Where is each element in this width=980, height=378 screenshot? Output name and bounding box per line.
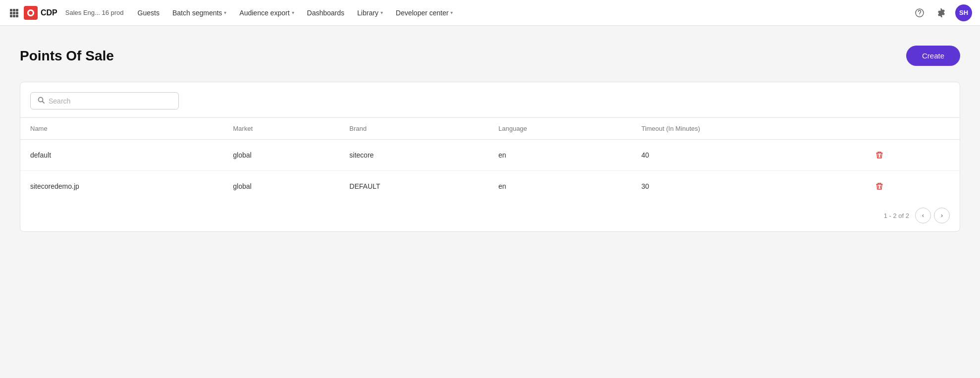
nav-item-developer-center[interactable]: Developer center ▾ (390, 6, 459, 20)
cell-language: en (489, 171, 631, 202)
col-header-actions (863, 118, 960, 140)
svg-point-10 (919, 14, 920, 15)
batch-chevron-icon: ▾ (224, 10, 226, 15)
svg-rect-2 (16, 9, 18, 11)
col-header-timeout: Timeout (In Minutes) (631, 118, 863, 140)
svg-rect-3 (10, 12, 12, 14)
nav-developer-label: Developer center (396, 9, 449, 17)
settings-button[interactable] (933, 5, 949, 21)
search-icon (38, 97, 45, 105)
nav-item-library[interactable]: Library ▾ (351, 6, 389, 20)
grid-menu-icon[interactable] (8, 7, 20, 19)
svg-rect-5 (16, 12, 18, 14)
pagination-row: 1 - 2 of 2 ‹ › (20, 202, 960, 231)
navbar: CDP Sales Eng... 16 prod Guests Batch se… (0, 0, 980, 26)
svg-rect-8 (16, 15, 18, 17)
logo-icon (24, 6, 38, 20)
nav-library-label: Library (357, 9, 379, 17)
logo-text: CDP (41, 8, 57, 17)
cell-action (863, 140, 960, 171)
svg-rect-6 (10, 15, 12, 17)
workspace-label: Sales Eng... 16 prod (65, 9, 124, 16)
col-header-language: Language (489, 118, 631, 140)
page-header: Points Of Sale Create (20, 46, 960, 66)
library-chevron-icon: ▾ (381, 10, 383, 15)
nav-items: Guests Batch segments ▾ Audience export … (132, 6, 908, 20)
nav-batch-label: Batch segments (172, 9, 222, 17)
pagination-prev-button[interactable]: ‹ (915, 208, 931, 223)
col-header-name: Name (20, 118, 223, 140)
chevron-right-icon: › (941, 212, 943, 219)
cell-timeout: 30 (631, 171, 863, 202)
svg-rect-4 (13, 12, 15, 14)
cell-timeout: 40 (631, 140, 863, 171)
nav-item-audience-export[interactable]: Audience export ▾ (233, 6, 300, 20)
cell-action (863, 171, 960, 202)
developer-chevron-icon: ▾ (450, 10, 453, 15)
table-row: defaultglobalsitecoreen40 (20, 140, 960, 171)
col-header-market: Market (223, 118, 339, 140)
search-input[interactable] (49, 97, 171, 105)
pagination-controls: ‹ › (915, 208, 950, 223)
user-avatar[interactable]: SH (955, 4, 972, 21)
svg-line-12 (43, 102, 45, 104)
svg-rect-1 (13, 9, 15, 11)
table-header-row: Name Market Brand Language Timeout (In M… (20, 118, 960, 140)
cell-brand: DEFAULT (339, 171, 489, 202)
nav-item-guests[interactable]: Guests (132, 6, 165, 20)
delete-button[interactable] (873, 180, 886, 193)
chevron-left-icon: ‹ (922, 212, 924, 219)
table-card: Name Market Brand Language Timeout (In M… (20, 82, 960, 232)
cell-brand: sitecore (339, 140, 489, 171)
svg-rect-0 (10, 9, 12, 11)
cell-name: sitecoredemo.jp (20, 171, 223, 202)
delete-button[interactable] (873, 149, 886, 162)
nav-item-batch-segments[interactable]: Batch segments ▾ (166, 6, 232, 20)
table-row: sitecoredemo.jpglobalDEFAULTen30 (20, 171, 960, 202)
cell-language: en (489, 140, 631, 171)
nav-guests-label: Guests (138, 9, 160, 17)
nav-item-dashboards[interactable]: Dashboards (301, 6, 351, 20)
avatar-initials: SH (959, 9, 968, 16)
page-title: Points Of Sale (20, 48, 114, 64)
audience-chevron-icon: ▾ (292, 10, 294, 15)
nav-right: SH (912, 4, 972, 21)
data-table: Name Market Brand Language Timeout (In M… (20, 117, 960, 202)
pagination-summary: 1 - 2 of 2 (884, 212, 909, 219)
cell-market: global (223, 171, 339, 202)
nav-audience-label: Audience export (239, 9, 289, 17)
cell-name: default (20, 140, 223, 171)
cell-market: global (223, 140, 339, 171)
search-box[interactable] (30, 92, 179, 109)
search-container (20, 82, 960, 117)
svg-rect-7 (13, 15, 15, 17)
help-button[interactable] (912, 5, 927, 21)
nav-logo[interactable]: CDP (24, 6, 57, 20)
pagination-next-button[interactable]: › (934, 208, 950, 223)
nav-dashboards-label: Dashboards (307, 9, 345, 17)
main-content: Points Of Sale Create Name (0, 26, 980, 252)
col-header-brand: Brand (339, 118, 489, 140)
create-button[interactable]: Create (906, 46, 960, 66)
